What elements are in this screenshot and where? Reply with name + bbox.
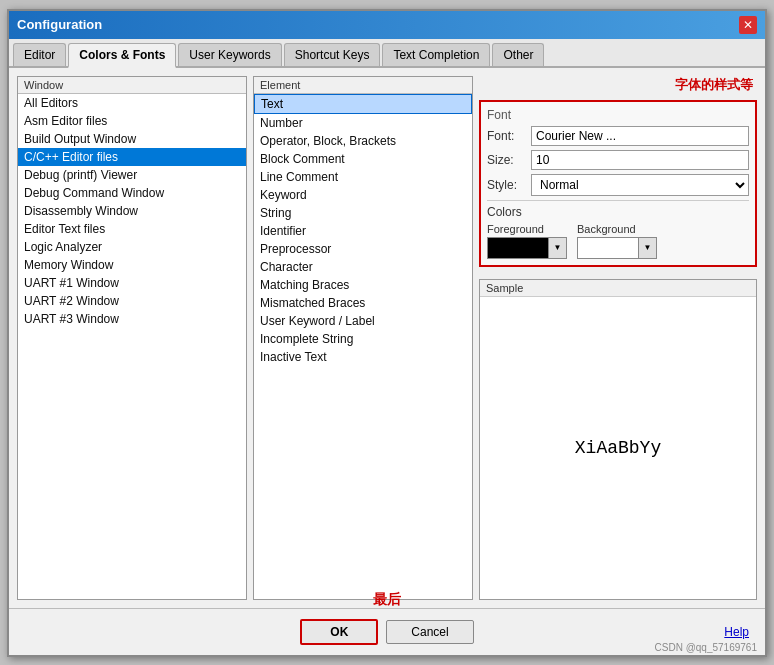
annotation-text: 字体的样式等 (675, 77, 753, 92)
font-size-row: Size: 10 (487, 150, 749, 170)
main-panels: Window All Editors Asm Editor files Buil… (17, 76, 757, 600)
tab-editor[interactable]: Editor (13, 43, 66, 66)
list-item[interactable]: UART #3 Window (18, 310, 246, 328)
list-item-text-selected[interactable]: Text (254, 94, 472, 114)
colors-group-label: Colors (487, 205, 749, 219)
list-item[interactable]: Incomplete String (254, 330, 472, 348)
font-name-row: Font: Courier New ... (487, 126, 749, 146)
sample-text: XiAaBbYy (480, 297, 756, 599)
list-item[interactable]: Line Comment (254, 168, 472, 186)
list-item[interactable]: Keyword (254, 186, 472, 204)
list-item[interactable]: Debug Command Window (18, 184, 246, 202)
background-col: Background ▼ (577, 223, 657, 259)
window-list[interactable]: All Editors Asm Editor files Build Outpu… (18, 94, 246, 599)
foreground-color-button[interactable]: ▼ (487, 237, 567, 259)
tab-shortcut-keys[interactable]: Shortcut Keys (284, 43, 381, 66)
tab-user-keywords[interactable]: User Keywords (178, 43, 281, 66)
window-panel: Window All Editors Asm Editor files Buil… (17, 76, 247, 600)
element-list[interactable]: Text Number Operator, Block, Brackets Bl… (254, 94, 472, 599)
foreground-dropdown-arrow[interactable]: ▼ (548, 238, 566, 258)
list-item[interactable]: Mismatched Braces (254, 294, 472, 312)
help-link[interactable]: Help (724, 625, 749, 639)
list-item[interactable]: UART #2 Window (18, 292, 246, 310)
ok-button[interactable]: OK (300, 619, 378, 645)
list-item[interactable]: Character (254, 258, 472, 276)
dialog-title: Configuration (17, 17, 102, 32)
background-swatch (578, 238, 638, 258)
list-item[interactable]: Identifier (254, 222, 472, 240)
tab-bar: Editor Colors & Fonts User Keywords Shor… (9, 39, 765, 68)
font-style-label: Style: (487, 178, 527, 192)
font-style-row: Style: Normal Bold Italic Bold Italic (487, 174, 749, 196)
list-item[interactable]: Block Comment (254, 150, 472, 168)
dialog-window: Configuration ✕ Editor Colors & Fonts Us… (7, 9, 767, 657)
font-style-select[interactable]: Normal Bold Italic Bold Italic (531, 174, 749, 196)
window-panel-label: Window (18, 77, 246, 94)
tab-colors-fonts[interactable]: Colors & Fonts (68, 43, 176, 68)
list-item[interactable]: Preprocessor (254, 240, 472, 258)
list-item[interactable]: Asm Editor files (18, 112, 246, 130)
list-item[interactable]: Matching Braces (254, 276, 472, 294)
sample-label: Sample (480, 280, 756, 297)
list-item[interactable]: Number (254, 114, 472, 132)
sample-section: Sample XiAaBbYy (479, 279, 757, 600)
annotation-area: 字体的样式等 (479, 76, 757, 94)
bottom-note: 最后 (373, 591, 401, 609)
list-item[interactable]: Logic Analyzer (18, 238, 246, 256)
font-size-value: 10 (531, 150, 749, 170)
foreground-label: Foreground (487, 223, 544, 235)
list-item[interactable]: User Keyword / Label (254, 312, 472, 330)
list-item[interactable]: Debug (printf) Viewer (18, 166, 246, 184)
background-label: Background (577, 223, 636, 235)
list-item[interactable]: Build Output Window (18, 130, 246, 148)
foreground-col: Foreground ▼ (487, 223, 567, 259)
background-dropdown-arrow[interactable]: ▼ (638, 238, 656, 258)
element-panel-label: Element (254, 77, 472, 94)
font-group-label: Font (487, 108, 749, 122)
list-item[interactable]: All Editors (18, 94, 246, 112)
font-size-label: Size: (487, 153, 527, 167)
list-item[interactable]: Inactive Text (254, 348, 472, 366)
background-color-button[interactable]: ▼ (577, 237, 657, 259)
font-colors-section: Font Font: Courier New ... Size: 10 Styl… (479, 100, 757, 267)
font-name-button[interactable]: Courier New ... (531, 126, 749, 146)
list-item[interactable]: UART #1 Window (18, 274, 246, 292)
close-button[interactable]: ✕ (739, 16, 757, 34)
list-item[interactable]: Disassembly Window (18, 202, 246, 220)
element-panel: Element Text Number Operator, Block, Bra… (253, 76, 473, 600)
font-name-label: Font: (487, 129, 527, 143)
list-item[interactable]: Operator, Block, Brackets (254, 132, 472, 150)
colors-section: Colors Foreground ▼ Background (487, 200, 749, 259)
tab-other[interactable]: Other (492, 43, 544, 66)
list-item[interactable]: String (254, 204, 472, 222)
list-item[interactable]: Memory Window (18, 256, 246, 274)
cancel-button[interactable]: Cancel (386, 620, 473, 644)
content-area: Window All Editors Asm Editor files Buil… (9, 68, 765, 608)
right-section: 字体的样式等 Font Font: Courier New ... Size: … (479, 76, 757, 600)
list-item[interactable]: Editor Text files (18, 220, 246, 238)
foreground-swatch (488, 238, 548, 258)
title-bar: Configuration ✕ (9, 11, 765, 39)
bottom-bar: 最后 OK Cancel Help CSDN @qq_57169761 (9, 608, 765, 655)
colors-row: Foreground ▼ Background ▼ (487, 223, 749, 259)
tab-text-completion[interactable]: Text Completion (382, 43, 490, 66)
list-item-selected[interactable]: C/C++ Editor files (18, 148, 246, 166)
watermark: CSDN @qq_57169761 (655, 642, 757, 653)
